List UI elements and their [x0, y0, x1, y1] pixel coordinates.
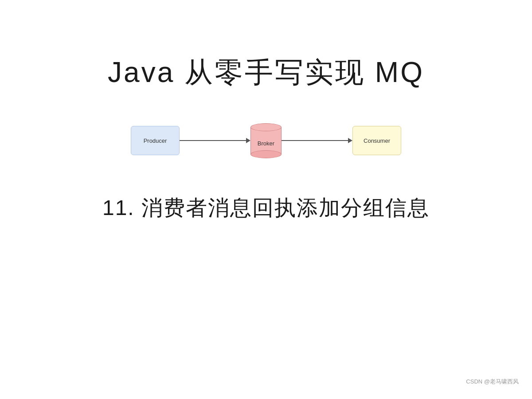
arrow-head-1 — [246, 138, 250, 143]
page-title: Java 从零手写实现 MQ — [108, 53, 424, 92]
broker-cylinder: Broker — [250, 123, 282, 158]
arrow-line-2 — [282, 140, 348, 141]
broker-container: Broker — [250, 123, 282, 158]
producer-label: Producer — [144, 137, 167, 144]
watermark: CSDN @老马啸西风 — [466, 378, 519, 386]
arrow-line-1 — [180, 140, 246, 141]
cylinder-top — [250, 123, 282, 131]
page-container: Java 从零手写实现 MQ Producer Broker — [0, 0, 532, 399]
broker-label: Broker — [258, 140, 274, 146]
arrow-head-2 — [348, 138, 352, 143]
consumer-label: Consumer — [364, 137, 390, 144]
producer-box: Producer — [131, 126, 180, 155]
consumer-box: Consumer — [352, 126, 401, 155]
arrow-producer-to-broker — [180, 138, 250, 143]
subtitle: 11. 消费者消息回执添加分组信息 — [102, 194, 430, 222]
cylinder-bottom — [250, 150, 282, 158]
architecture-diagram: Producer Broker Consumer — [131, 123, 401, 158]
arrow-broker-to-consumer — [282, 138, 352, 143]
